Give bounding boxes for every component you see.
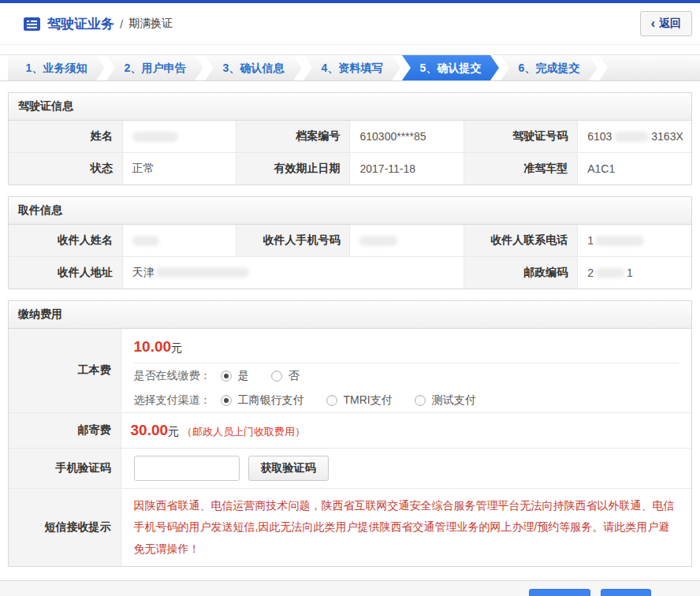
sms-notice-value: 因陕西省联通、电信运营商技术问题，陕西省互联网交通安全综合服务管理平台无法向持陕… (121, 489, 691, 566)
production-fee-amount-line: 10.00元 (121, 329, 692, 363)
sms-notice-label: 短信接收提示 (9, 489, 121, 566)
license-business-icon (24, 17, 40, 31)
section-fees: 缴纳费用 工本费 10.00元 是否在线缴费： 是 (8, 300, 692, 567)
step-3-confirm-info: 3、确认信息 (205, 55, 302, 80)
vehicle-class-value: A1C1 (578, 153, 691, 185)
radio-selected-icon[interactable] (221, 371, 232, 382)
recipient-mobile-label: 收件人手机号码 (236, 225, 350, 257)
redacted-value (132, 132, 178, 142)
redacted-value (359, 236, 397, 246)
postage-fee-label: 邮寄费 (9, 413, 121, 449)
production-fee-amount: 10.00 (134, 338, 172, 355)
recipient-address-prefix: 天津 (132, 266, 155, 278)
radio-online-pay-no[interactable]: 否 (271, 369, 300, 383)
recipient-phone-value: 1 (578, 225, 691, 257)
license-number-label: 驾驶证号码 (464, 121, 577, 153)
pickup-info-table: 收件人姓名 收件人手机号码 收件人联系电话 1 收件人地址 天津 邮政编码 21 (9, 225, 691, 289)
step-wizard-bar: 1、业务须知 2、用户申告 3、确认信息 4、资料填写 5、确认提交 6、完成提… (0, 54, 700, 81)
license-info-table: 姓名 档案编号 610300****85 驾驶证号码 61033163X 状态 … (9, 121, 691, 184)
table-row: 状态 正常 有效期止日期 2017-11-18 准驾车型 A1C1 (9, 153, 691, 185)
postage-fee-unit: 元 (168, 425, 179, 438)
recipient-name-value (122, 225, 236, 257)
redacted-value (596, 268, 624, 278)
sms-code-input[interactable] (134, 456, 240, 481)
radio-unselected-icon[interactable] (326, 395, 337, 406)
table-row: 姓名 档案编号 610300****85 驾驶证号码 61033163X (9, 121, 691, 153)
license-number-suffix: 3163X (651, 130, 683, 143)
pay-channel-question-label: 选择支付渠道： (134, 393, 211, 408)
back-button[interactable]: ‹ 返回 (640, 11, 692, 36)
prev-step-button[interactable]: 上一步 (529, 589, 590, 596)
redacted-value (156, 267, 249, 278)
status-label: 状态 (9, 153, 122, 185)
license-number-prefix: 6103 (587, 130, 612, 143)
recipient-mobile-value (350, 225, 464, 257)
step-6-finish-submit: 6、完成提交 (501, 55, 598, 80)
redacted-value (614, 132, 649, 142)
radio-channel-tmri-label: TMRI支付 (344, 393, 393, 408)
finish-button[interactable]: 完成 (601, 589, 651, 596)
back-chevron-icon: ‹ (651, 17, 655, 30)
section-pickup-info: 取件信息 收件人姓名 收件人手机号码 收件人联系电话 1 收件人地址 天津 邮政… (8, 196, 692, 289)
valid-until-label: 有效期止日期 (236, 153, 350, 185)
pay-channel-options: 工商银行支付 TMRI支付 测试支付 (221, 393, 476, 408)
step-1-business-notice: 1、业务须知 (8, 55, 105, 80)
online-pay-question: 是否在线缴费： 是 否 (121, 363, 692, 388)
table-row: 邮寄费 30.00元（邮政人员上门收取费用） (9, 413, 691, 449)
recipient-phone-label: 收件人联系电话 (464, 225, 577, 257)
page-title: 驾驶证业务 (47, 15, 114, 33)
radio-channel-icbc[interactable]: 工商银行支付 (221, 393, 304, 408)
radio-selected-icon[interactable] (221, 395, 232, 406)
valid-until-value: 2017-11-18 (350, 153, 464, 185)
radio-channel-icbc-label: 工商银行支付 (238, 393, 304, 408)
online-pay-question-label: 是否在线缴费： (134, 369, 211, 383)
fees-table: 工本费 10.00元 是否在线缴费： 是 (9, 329, 691, 566)
radio-channel-tmri[interactable]: TMRI支付 (326, 393, 393, 408)
recipient-phone-prefix: 1 (587, 234, 594, 247)
radio-unselected-icon[interactable] (271, 371, 282, 382)
license-number-value: 61033163X (578, 121, 691, 153)
online-pay-options: 是 否 (221, 369, 300, 383)
get-sms-code-button[interactable]: 获取验证码 (248, 456, 329, 481)
redacted-value (132, 236, 159, 246)
postal-code-value: 21 (578, 257, 691, 289)
production-fee-value: 10.00元 是否在线缴费： 是 否 (121, 329, 691, 413)
radio-online-pay-yes-label: 是 (238, 369, 249, 383)
sms-code-value: 获取验证码 (121, 449, 691, 489)
production-fee-label: 工本费 (9, 329, 121, 413)
radio-online-pay-yes[interactable]: 是 (221, 369, 249, 383)
section-pickup-info-title: 取件信息 (9, 197, 691, 225)
pay-channel-question: 选择支付渠道： 工商银行支付 TMRI支付 (121, 388, 692, 412)
file-number-value: 610300****85 (350, 121, 464, 153)
table-row: 收件人姓名 收件人手机号码 收件人联系电话 1 (9, 225, 691, 257)
postal-code-prefix: 2 (587, 266, 594, 279)
sms-notice-text: 因陕西省联通、电信运营商技术问题，陕西省互联网交通安全综合服务管理平台无法向持陕… (134, 495, 680, 560)
radio-channel-test[interactable]: 测试支付 (415, 393, 476, 408)
footer-action-bar: 上一步 完成 (0, 580, 700, 596)
section-fees-title: 缴纳费用 (9, 301, 691, 329)
postage-fee-amount: 30.00 (131, 422, 169, 438)
file-number-label: 档案编号 (236, 121, 350, 153)
vehicle-class-label: 准驾车型 (464, 153, 577, 185)
postage-fee-value: 30.00元（邮政人员上门收取费用） (121, 413, 691, 449)
redacted-value (595, 236, 644, 246)
production-fee-unit: 元 (171, 341, 182, 354)
step-2-user-declaration: 2、用户申告 (106, 55, 203, 80)
name-value (122, 121, 236, 153)
section-license-info-title: 驾驶证信息 (9, 93, 691, 121)
step-5-confirm-submit: 5、确认提交 (402, 55, 499, 80)
recipient-address-label: 收件人地址 (9, 257, 122, 289)
recipient-address-value: 天津 (122, 257, 464, 289)
radio-unselected-icon[interactable] (415, 395, 426, 406)
radio-online-pay-no-label: 否 (289, 369, 300, 383)
recipient-name-label: 收件人姓名 (9, 225, 122, 257)
status-value: 正常 (122, 153, 236, 185)
postage-fee-note: （邮政人员上门收取费用） (182, 426, 305, 438)
section-license-info: 驾驶证信息 姓名 档案编号 610300****85 驾驶证号码 6103316… (8, 92, 692, 185)
sms-code-row: 获取验证码 (121, 449, 692, 488)
table-row: 短信接收提示 因陕西省联通、电信运营商技术问题，陕西省互联网交通安全综合服务管理… (9, 489, 691, 566)
page-subtitle: 期满换证 (128, 17, 173, 31)
breadcrumb-separator: / (120, 17, 123, 31)
table-row: 手机验证码 获取验证码 (9, 449, 691, 489)
name-label: 姓名 (9, 121, 122, 153)
